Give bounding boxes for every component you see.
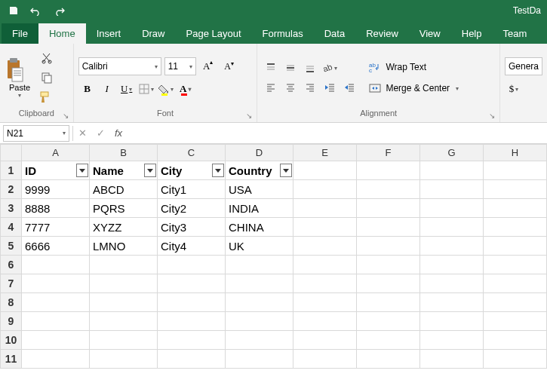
font-launcher[interactable]: ↘: [246, 112, 255, 121]
cell-H4[interactable]: [484, 218, 547, 237]
decrease-indent-button[interactable]: [321, 79, 339, 96]
cell-A11[interactable]: [22, 350, 90, 369]
cancel-formula-button[interactable]: ✕: [73, 125, 91, 142]
cell-G10[interactable]: [420, 331, 484, 350]
cell-A10[interactable]: [22, 331, 90, 350]
cell-F5[interactable]: [357, 237, 420, 256]
cell-E6[interactable]: [293, 256, 357, 274]
bold-button[interactable]: B: [78, 80, 97, 98]
cell-A5[interactable]: 6666: [22, 237, 90, 256]
col-header-F[interactable]: F: [357, 145, 420, 161]
cell-E5[interactable]: [293, 237, 357, 256]
row-header-2[interactable]: 2: [1, 180, 22, 199]
merge-center-button[interactable]: Merge & Center ▾: [364, 79, 463, 97]
font-size-combo[interactable]: 11▾: [164, 57, 196, 75]
cell-A7[interactable]: [22, 274, 90, 293]
cell-G9[interactable]: [420, 312, 484, 331]
cell-E8[interactable]: [293, 293, 357, 312]
cell-B6[interactable]: [90, 256, 158, 274]
cell-D11[interactable]: [226, 350, 293, 369]
tab-draw[interactable]: Draw: [131, 23, 175, 44]
tab-file[interactable]: File: [2, 23, 38, 44]
cell-C7[interactable]: [158, 274, 226, 293]
cell-E9[interactable]: [293, 312, 357, 331]
cell-D3[interactable]: INDIA: [226, 199, 293, 218]
align-left-button[interactable]: [262, 79, 280, 96]
cell-H1[interactable]: [484, 161, 547, 180]
accounting-format-button[interactable]: $▾: [505, 80, 523, 98]
cell-A3[interactable]: 8888: [22, 199, 90, 218]
cell-C2[interactable]: City1: [158, 180, 226, 199]
font-name-combo[interactable]: Calibri▾: [78, 57, 161, 75]
row-header-7[interactable]: 7: [1, 274, 22, 293]
cell-H8[interactable]: [484, 293, 547, 312]
cell-F6[interactable]: [357, 256, 420, 274]
italic-button[interactable]: I: [98, 80, 116, 98]
row-header-5[interactable]: 5: [1, 237, 22, 256]
cell-G6[interactable]: [420, 256, 484, 274]
cell-H11[interactable]: [484, 350, 547, 369]
cell-G8[interactable]: [420, 293, 484, 312]
cell-C11[interactable]: [158, 350, 226, 369]
enter-formula-button[interactable]: ✓: [91, 125, 109, 142]
cell-C3[interactable]: City2: [158, 199, 226, 218]
row-header-1[interactable]: 1: [1, 161, 22, 180]
tab-formulas[interactable]: Formulas: [252, 23, 314, 44]
row-header-3[interactable]: 3: [1, 199, 22, 218]
underline-button[interactable]: U▾: [118, 80, 136, 98]
font-color-button[interactable]: A▾: [177, 80, 195, 98]
save-button[interactable]: [3, 2, 24, 20]
cell-G11[interactable]: [420, 350, 484, 369]
align-center-button[interactable]: [281, 79, 300, 96]
cell-A1[interactable]: ID: [22, 161, 90, 180]
row-header-4[interactable]: 4: [1, 218, 22, 237]
cell-F3[interactable]: [357, 199, 420, 218]
tab-view[interactable]: View: [409, 23, 451, 44]
cell-H3[interactable]: [484, 199, 547, 218]
cell-F8[interactable]: [357, 293, 420, 312]
cell-C5[interactable]: City4: [158, 237, 226, 256]
tab-insert[interactable]: Insert: [86, 23, 132, 44]
filter-button-C[interactable]: [212, 164, 224, 177]
decrease-font-button[interactable]: A▾: [220, 57, 238, 75]
cut-button[interactable]: [38, 50, 56, 66]
format-painter-button[interactable]: [38, 89, 56, 106]
row-header-10[interactable]: 10: [1, 331, 22, 350]
col-header-B[interactable]: B: [90, 145, 158, 161]
filter-button-D[interactable]: [280, 164, 292, 177]
number-format-combo[interactable]: Genera: [505, 57, 542, 75]
col-header-D[interactable]: D: [226, 145, 293, 161]
cell-D10[interactable]: [226, 331, 293, 350]
col-header-E[interactable]: E: [293, 145, 357, 161]
cell-C1[interactable]: City: [158, 161, 226, 180]
cell-B11[interactable]: [90, 350, 158, 369]
tab-help[interactable]: Help: [451, 23, 493, 44]
col-header-G[interactable]: G: [420, 145, 484, 161]
cell-H9[interactable]: [484, 312, 547, 331]
cell-G5[interactable]: [420, 237, 484, 256]
cell-F11[interactable]: [357, 350, 420, 369]
cell-F7[interactable]: [357, 274, 420, 293]
cell-G7[interactable]: [420, 274, 484, 293]
cell-D4[interactable]: CHINA: [226, 218, 293, 237]
row-header-11[interactable]: 11: [1, 350, 22, 369]
cell-C6[interactable]: [158, 256, 226, 274]
borders-button[interactable]: ▾: [137, 80, 155, 98]
fx-button[interactable]: fx: [109, 125, 128, 142]
cell-B10[interactable]: [90, 331, 158, 350]
align-top-button[interactable]: [262, 60, 280, 76]
cell-F9[interactable]: [357, 312, 420, 331]
cell-A9[interactable]: [22, 312, 90, 331]
cell-E10[interactable]: [293, 331, 357, 350]
cell-H5[interactable]: [484, 237, 547, 256]
cell-F4[interactable]: [357, 218, 420, 237]
redo-button[interactable]: [48, 2, 69, 20]
cell-B5[interactable]: LMNO: [90, 237, 158, 256]
cell-H2[interactable]: [484, 180, 547, 199]
tab-data[interactable]: Data: [314, 23, 355, 44]
cell-E11[interactable]: [293, 350, 357, 369]
cell-B4[interactable]: XYZZ: [90, 218, 158, 237]
cell-B9[interactable]: [90, 312, 158, 331]
cell-D5[interactable]: UK: [226, 237, 293, 256]
cell-D9[interactable]: [226, 312, 293, 331]
